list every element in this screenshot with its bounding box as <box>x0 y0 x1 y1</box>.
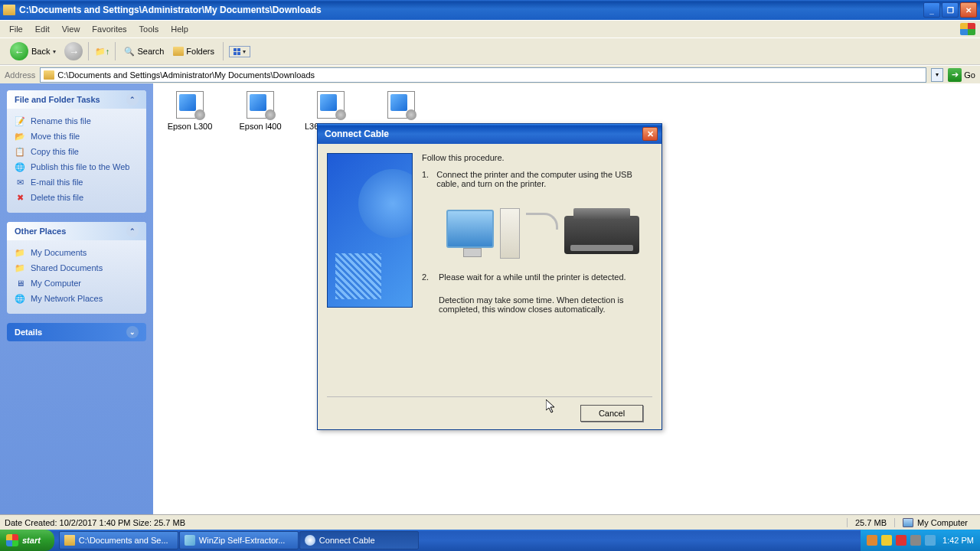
menubar: File Edit View Favorites Tools Help <box>0 20 980 37</box>
folder-icon <box>173 47 184 56</box>
dialog-content: Follow this procedure. 1. Connect the pr… <box>422 153 652 387</box>
taskbar-item-winzip[interactable]: WinZip Self-Extractor... <box>179 531 299 549</box>
go-button[interactable]: ➔ Go <box>948 68 975 82</box>
start-label: start <box>22 536 41 545</box>
tray-volume-icon[interactable] <box>910 535 921 546</box>
folder-icon: 📁 <box>15 247 25 258</box>
address-dropdown[interactable]: ▾ <box>931 68 943 82</box>
file-item[interactable]: Epson l400 <box>234 91 286 131</box>
place-mycomputer[interactable]: 🖥My Computer <box>15 276 139 291</box>
winzip-icon <box>185 535 195 546</box>
chevron-down-icon: ▾ <box>243 48 246 55</box>
dialog-note: Detection may take some time. When detec… <box>439 295 652 314</box>
tray-network-icon[interactable] <box>925 535 936 546</box>
move-icon: 📂 <box>15 131 25 142</box>
go-arrow-icon: ➔ <box>948 68 962 82</box>
task-rename[interactable]: 📝Rename this file <box>15 113 139 129</box>
exe-icon <box>176 91 204 119</box>
step-1-text: Connect the printer and the computer usi… <box>436 170 652 188</box>
minimize-button[interactable]: _ <box>923 2 940 18</box>
mail-icon: ✉ <box>15 177 25 187</box>
step-2-text: Please wait for a while until the printe… <box>439 272 626 282</box>
usb-cable-icon <box>526 213 558 230</box>
back-arrow-icon: ← <box>10 42 28 60</box>
menu-favorites[interactable]: Favorites <box>86 22 132 36</box>
windows-logo-icon <box>6 534 18 546</box>
address-path: C:\Documents and Settings\Administrator\… <box>57 70 315 80</box>
file-label: Epson l400 <box>234 122 286 131</box>
clock[interactable]: 1:42 PM <box>942 536 974 545</box>
exe-icon <box>247 91 274 119</box>
up-button[interactable]: 📁↑ <box>94 44 109 59</box>
task-move[interactable]: 📂Move this file <box>15 129 139 144</box>
taskbar-item-connect[interactable]: Connect Cable <box>299 531 419 549</box>
system-tray[interactable]: 1:42 PM <box>861 530 980 551</box>
window-controls: _ ❐ ✕ <box>923 2 977 18</box>
search-button[interactable]: 🔍 Search <box>121 45 167 58</box>
panel-header-places[interactable]: Other Places ⌃ <box>7 222 146 240</box>
menu-edit[interactable]: Edit <box>29 22 56 36</box>
file-label: Epson L300 <box>164 122 216 131</box>
file-item[interactable]: Epson L300 <box>164 91 216 131</box>
tray-icon[interactable] <box>867 535 877 546</box>
network-icon: 🌐 <box>15 293 25 304</box>
panel-file-tasks: File and Folder Tasks ⌃ 📝Rename this fil… <box>7 90 146 213</box>
go-label: Go <box>964 70 975 80</box>
toolbar: ← Back ▾ → 📁↑ 🔍 Search Folders ▾ <box>0 37 980 65</box>
chevron-up-icon: ⌃ <box>126 93 139 106</box>
menu-help[interactable]: Help <box>165 22 194 36</box>
close-button[interactable]: ✕ <box>960 2 977 18</box>
tray-icon[interactable] <box>881 535 892 546</box>
folders-label: Folders <box>186 47 214 56</box>
folder-icon <box>44 70 54 80</box>
computer-icon: 🖥 <box>15 278 25 289</box>
tray-shield-icon[interactable] <box>896 535 906 546</box>
printer-icon <box>564 216 639 254</box>
panel-title: Details <box>15 328 42 337</box>
address-field[interactable]: C:\Documents and Settings\Administrator\… <box>40 67 926 83</box>
menu-view[interactable]: View <box>56 22 87 36</box>
dialog-titlebar[interactable]: Connect Cable ✕ <box>318 124 662 144</box>
chevron-up-icon: ⌃ <box>126 225 139 237</box>
installer-icon <box>305 535 315 546</box>
forward-button[interactable]: → <box>64 42 83 60</box>
task-email[interactable]: ✉E-mail this file <box>15 174 139 190</box>
computer-tower-icon <box>500 208 520 259</box>
search-label: Search <box>137 47 164 56</box>
menu-file[interactable]: File <box>3 22 29 36</box>
start-button[interactable]: start <box>0 530 54 551</box>
folder-icon: 📁 <box>15 262 25 273</box>
address-label: Address <box>5 70 35 80</box>
panel-details: Details ⌄ <box>7 323 146 341</box>
folder-icon <box>64 535 75 546</box>
exe-icon <box>317 91 345 119</box>
copy-icon: 📋 <box>15 146 25 157</box>
view-icon <box>234 48 240 55</box>
dialog-close-button[interactable]: ✕ <box>642 127 658 141</box>
place-network[interactable]: 🌐My Network Places <box>15 291 139 306</box>
delete-icon: ✖ <box>15 192 25 203</box>
view-mode-button[interactable]: ▾ <box>229 46 250 57</box>
windows-flag-icon[interactable] <box>960 23 975 35</box>
cancel-button[interactable]: Cancel <box>580 405 643 422</box>
back-button[interactable]: ← Back ▾ <box>5 40 61 63</box>
task-delete[interactable]: ✖Delete this file <box>15 190 139 205</box>
panel-header-details[interactable]: Details ⌄ <box>7 323 146 341</box>
connection-graphic <box>433 196 652 262</box>
dialog-illustration <box>327 153 413 308</box>
separator <box>223 42 224 60</box>
panel-header-tasks[interactable]: File and Folder Tasks ⌃ <box>7 90 146 109</box>
task-publish[interactable]: 🌐Publish this file to the Web <box>15 159 139 174</box>
taskbar: start C:\Documents and Se... WinZip Self… <box>0 530 980 551</box>
rename-icon: 📝 <box>15 116 25 126</box>
menu-tools[interactable]: Tools <box>133 22 165 36</box>
task-copy[interactable]: 📋Copy this file <box>15 144 139 159</box>
globe-icon: 🌐 <box>15 161 25 172</box>
taskbar-item-explorer[interactable]: C:\Documents and Se... <box>59 531 178 549</box>
place-mydocs[interactable]: 📁My Documents <box>15 245 139 260</box>
sidebar: File and Folder Tasks ⌃ 📝Rename this fil… <box>0 83 153 514</box>
folders-button[interactable]: Folders <box>170 45 217 57</box>
maximize-button[interactable]: ❐ <box>942 2 959 18</box>
window-title: C:\Documents and Settings\Administrator\… <box>19 5 923 15</box>
place-shared[interactable]: 📁Shared Documents <box>15 260 139 276</box>
